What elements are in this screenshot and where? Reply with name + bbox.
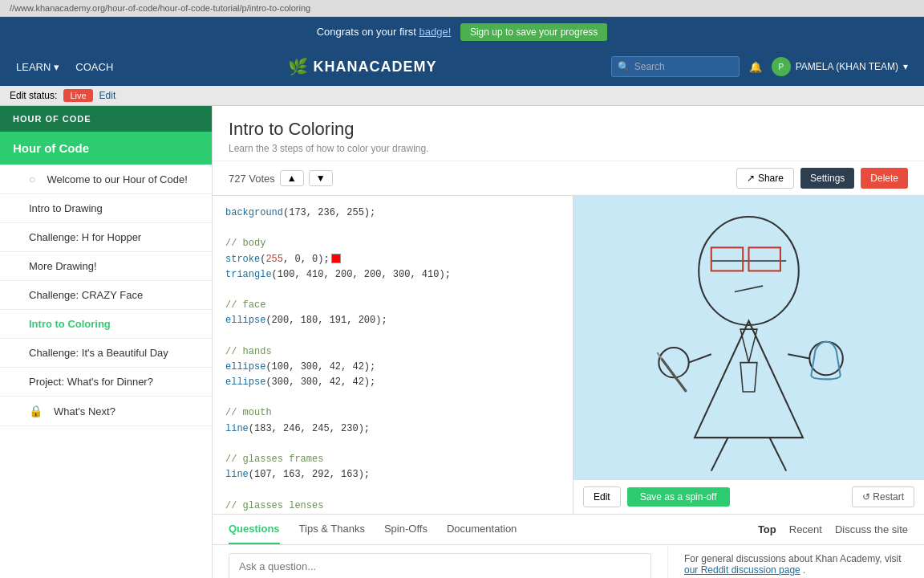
main-area: HOUR OF CODE Hour of Code ○ Welcome to o… <box>0 106 924 578</box>
share-button[interactable]: ↗ Share <box>736 168 794 189</box>
circle-icon: ○ <box>29 173 35 185</box>
sidebar-item-label: Project: What's for Dinner? <box>29 376 153 388</box>
logo-text: KHANACADEMY <box>314 59 437 75</box>
discuss-area: For general discussions about Khan Acade… <box>667 545 924 578</box>
url-text: //www.khanacademy.org/hour-of-code/hour-… <box>10 3 310 13</box>
settings-button[interactable]: Settings <box>800 168 854 189</box>
code-editor[interactable]: background(173, 236, 255); // body strok… <box>213 196 573 514</box>
notifications-button[interactable]: 🔔 <box>749 61 762 73</box>
live-badge: Live <box>63 89 92 102</box>
leaf-icon: 🌿 <box>288 57 309 76</box>
code-panel: background(173, 236, 255); // body strok… <box>213 196 573 514</box>
tab-bar: Questions Tips & Thanks Spin-Offs Docume… <box>213 515 924 545</box>
vote-count: 727 Votes <box>229 173 275 185</box>
search-container: 🔍 <box>611 56 740 77</box>
user-menu-button[interactable]: P PAMELA (KHAN TEAM) ▾ <box>772 57 908 76</box>
content-area: Intro to Coloring Learn the 3 steps of h… <box>213 106 924 578</box>
nav-bar: LEARN ▾ COACH 🌿 KHANACADEMY 🔍 🔔 P PAMELA… <box>0 47 924 86</box>
sidebar-item-project-dinner[interactable]: Project: What's for Dinner? <box>0 368 212 397</box>
toolbar-right: ↗ Share Settings Delete <box>736 168 908 189</box>
coach-button[interactable]: COACH <box>75 61 113 73</box>
learn-button[interactable]: LEARN ▾ <box>16 61 59 73</box>
questions-area <box>213 545 667 578</box>
discuss-suffix: . <box>803 564 805 576</box>
sidebar-item-more-drawing[interactable]: More Drawing! <box>0 252 212 281</box>
bottom-content: For general discussions about Khan Acade… <box>213 545 924 578</box>
lock-icon: 🔒 <box>29 405 43 417</box>
search-input[interactable] <box>611 56 740 77</box>
discuss-label: Discuss the site <box>835 523 908 535</box>
tutorial-subtitle: Learn the 3 steps of how to color your d… <box>229 143 908 154</box>
sort-recent[interactable]: Recent <box>789 523 822 535</box>
site-logo: 🌿 KHANACADEMY <box>288 57 437 76</box>
nav-right: 🔍 🔔 P PAMELA (KHAN TEAM) ▾ <box>611 56 908 77</box>
nav-left: LEARN ▾ COACH <box>16 61 113 73</box>
spinoff-button[interactable]: Save as a spin-off <box>627 487 730 507</box>
sidebar-item-challenge-day[interactable]: Challenge: It's a Beautiful Day <box>0 339 212 368</box>
tab-spinoffs[interactable]: Spin-Offs <box>384 515 428 544</box>
question-input[interactable] <box>229 553 651 578</box>
restart-button[interactable]: ↺ Restart <box>852 486 914 507</box>
color-swatch <box>331 254 341 263</box>
upvote-button[interactable]: ▲ <box>280 170 304 186</box>
preview-controls: Edit Save as a spin-off ↺ Restart <box>573 479 924 514</box>
sidebar-item-welcome[interactable]: ○ Welcome to our Hour of Code! <box>0 165 212 194</box>
chevron-down-icon: ▾ <box>54 61 59 73</box>
discuss-text: For general discussions about Khan Acade… <box>684 553 902 564</box>
downvote-button[interactable]: ▼ <box>309 170 333 186</box>
tutorial-toolbar: 727 Votes ▲ ▼ ↗ Share Settings Delete <box>213 161 924 196</box>
tab-tips-thanks[interactable]: Tips & Thanks <box>299 515 365 544</box>
share-icon: ↗ <box>747 173 755 184</box>
congrats-text: Congrats on your first <box>317 26 419 38</box>
url-bar: //www.khanacademy.org/hour-of-code/hour-… <box>0 0 924 17</box>
sidebar-item-whats-next[interactable]: 🔒 What's Next? <box>0 397 212 426</box>
sidebar-item-label: What's Next? <box>54 405 116 417</box>
tab-documentation[interactable]: Documentation <box>447 515 517 544</box>
bottom-section: Questions Tips & Thanks Spin-Offs Docume… <box>213 514 924 578</box>
reddit-link[interactable]: our Reddit discussion page <box>684 564 800 576</box>
tab-right-area: Top Recent Discuss the site <box>758 523 908 535</box>
edit-link[interactable]: Edit <box>99 90 116 101</box>
sidebar-title[interactable]: Hour of Code <box>0 132 212 165</box>
chevron-down-icon: ▾ <box>903 61 908 72</box>
sidebar-item-intro-coloring[interactable]: Intro to Coloring <box>0 310 212 339</box>
sidebar-header: HOUR OF CODE <box>0 106 212 132</box>
sidebar-item-label: Intro to Coloring <box>29 318 111 330</box>
avatar: P <box>772 57 791 76</box>
sidebar-item-challenge-hopper[interactable]: Challenge: H for Hopper <box>0 223 212 252</box>
bell-icon: 🔔 <box>749 61 762 73</box>
sidebar-item-label: Welcome to our Hour of Code! <box>47 173 187 185</box>
tutorial-title: Intro to Coloring <box>229 119 908 140</box>
sort-top[interactable]: Top <box>758 523 776 535</box>
badge-link[interactable]: badge! <box>419 26 452 38</box>
sidebar-item-intro-drawing[interactable]: Intro to Drawing <box>0 194 212 223</box>
sidebar-item-label: Challenge: H for Hopper <box>29 231 141 243</box>
sidebar-item-label: Challenge: It's a Beautiful Day <box>29 347 168 359</box>
edit-status-label: Edit status: <box>10 90 57 101</box>
top-bar: Congrats on your first badge! Sign up to… <box>0 17 924 47</box>
delete-button[interactable]: Delete <box>861 168 908 189</box>
sidebar: HOUR OF CODE Hour of Code ○ Welcome to o… <box>0 106 213 578</box>
tutorial-header: Intro to Coloring Learn the 3 steps of h… <box>213 106 924 161</box>
edit-button[interactable]: Edit <box>583 486 621 507</box>
sidebar-item-label: More Drawing! <box>29 260 97 272</box>
editor-area: background(173, 236, 255); // body strok… <box>213 196 924 514</box>
preview-area: Edit Save as a spin-off ↺ Restart <box>573 196 924 514</box>
tab-questions[interactable]: Questions <box>229 515 280 544</box>
vote-area: 727 Votes ▲ ▼ <box>229 170 333 186</box>
canvas-preview <box>573 196 924 479</box>
stickman-svg <box>573 196 924 479</box>
nav-center: 🌿 KHANACADEMY <box>113 57 610 76</box>
search-icon: 🔍 <box>618 61 630 72</box>
sidebar-item-label: Challenge: CRAZY Face <box>29 289 143 301</box>
signup-button[interactable]: Sign up to save your progress <box>460 23 607 41</box>
sidebar-item-challenge-face[interactable]: Challenge: CRAZY Face <box>0 281 212 310</box>
sidebar-item-label: Intro to Drawing <box>29 202 103 214</box>
edit-status-bar: Edit status: Live Edit <box>0 86 924 106</box>
